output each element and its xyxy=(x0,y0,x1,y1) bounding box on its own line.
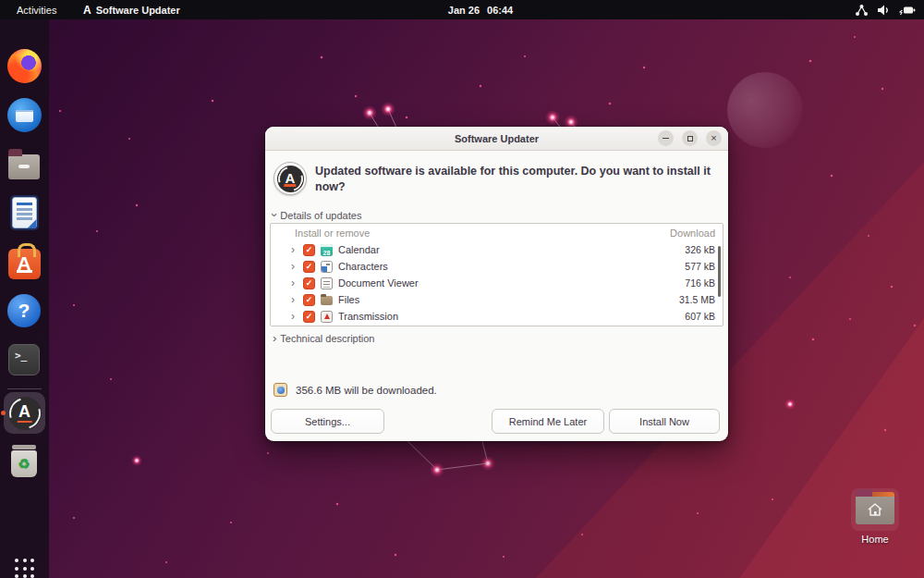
dock-item-ubuntu-software[interactable]: A xyxy=(6,244,42,279)
desktop-icon-home[interactable]: Home xyxy=(843,488,907,545)
thunderbird-icon xyxy=(7,98,42,132)
home-icon-label: Home xyxy=(861,534,888,545)
remind-me-later-button[interactable]: Remind Me Later xyxy=(492,409,604,434)
chevron-right-icon[interactable]: › xyxy=(291,277,303,289)
remind-button-label: Remind Me Later xyxy=(509,416,587,427)
activities-label: Activities xyxy=(17,5,56,16)
show-applications-button[interactable] xyxy=(15,559,35,578)
help-icon: ? xyxy=(7,294,41,327)
checkbox-checked[interactable]: ✓ xyxy=(303,261,315,273)
download-size: 577 kB xyxy=(685,261,715,272)
package-download-icon xyxy=(274,383,287,397)
list-header: Install or remove Download xyxy=(271,224,723,241)
software-updater-window: Software Updater × A Updated software is… xyxy=(265,127,728,441)
update-row-calendar[interactable]: › ✓ 28 Calendar 326 kB xyxy=(271,241,723,258)
dock-item-thunderbird[interactable] xyxy=(6,97,42,132)
update-row-characters[interactable]: › ✓ Characters 577 kB xyxy=(271,258,723,275)
settings-button[interactable]: Settings... xyxy=(271,409,384,434)
download-summary-text: 356.6 MB will be downloaded. xyxy=(296,385,437,396)
settings-button-label: Settings... xyxy=(305,416,350,427)
clock-time: 06:44 xyxy=(487,5,513,16)
transmission-icon xyxy=(321,311,333,323)
focused-app-name: Software Updater xyxy=(96,5,180,16)
update-row-transmission[interactable]: › ✓ Transmission 607 kB xyxy=(271,308,723,325)
dock-item-terminal[interactable]: >_ xyxy=(6,342,42,377)
dock-item-firefox[interactable] xyxy=(6,48,42,83)
dock-item-libreoffice-writer[interactable] xyxy=(6,195,42,230)
trash-icon: ♻ xyxy=(10,445,38,478)
characters-icon xyxy=(321,261,333,273)
install-button-label: Install Now xyxy=(639,416,689,427)
window-title: Software Updater xyxy=(455,133,539,144)
dialog-heading: Updated software is available for this c… xyxy=(315,164,714,194)
home-folder-icon xyxy=(856,495,894,524)
list-scrollbar[interactable] xyxy=(718,246,721,297)
download-size: 716 kB xyxy=(685,277,715,289)
focused-app-indicator[interactable]: A Software Updater xyxy=(83,0,180,19)
files-icon xyxy=(8,154,40,179)
clock-date: Jan 26 xyxy=(448,5,480,16)
app-name: Document Viewer xyxy=(338,277,419,289)
window-controls: × xyxy=(658,130,722,146)
chevron-right-icon[interactable]: › xyxy=(291,310,303,323)
document-viewer-icon xyxy=(321,277,333,289)
chevron-right-icon: › xyxy=(273,332,276,344)
battery-icon xyxy=(899,4,917,17)
ubuntu-software-icon: A xyxy=(8,249,41,279)
top-bar: Activities A Software Updater Jan 26 06:… xyxy=(0,0,924,19)
download-size: 31.5 MB xyxy=(679,294,715,305)
chevron-down-icon: › xyxy=(269,213,281,216)
house-icon xyxy=(866,501,884,518)
dock-item-files[interactable] xyxy=(6,146,42,181)
network-icon xyxy=(855,4,869,17)
checkbox-checked[interactable]: ✓ xyxy=(303,311,315,323)
terminal-icon: >_ xyxy=(8,344,40,375)
app-name: Calendar xyxy=(338,244,380,255)
minimize-button[interactable] xyxy=(658,130,674,146)
dock-item-trash[interactable]: ♻ xyxy=(6,443,42,478)
column-download: Download xyxy=(670,228,715,239)
wallpaper-moon xyxy=(727,72,803,148)
dock: A ? >_ A ♻ xyxy=(0,19,49,578)
chevron-right-icon[interactable]: › xyxy=(291,260,303,273)
files-app-icon xyxy=(321,296,333,305)
download-summary: 356.6 MB will be downloaded. xyxy=(274,383,437,397)
checkbox-checked[interactable]: ✓ xyxy=(303,294,315,306)
dock-item-help[interactable]: ? xyxy=(6,293,42,328)
chevron-right-icon[interactable]: › xyxy=(291,293,303,306)
calendar-icon: 28 xyxy=(321,244,333,256)
clock-menu[interactable]: Jan 26 06:44 xyxy=(448,0,513,19)
home-icon-plate xyxy=(851,488,899,531)
details-of-updates-expander[interactable]: › Details of updates xyxy=(273,209,361,221)
update-row-document-viewer[interactable]: › ✓ Document Viewer 716 kB xyxy=(271,275,723,291)
technical-description-expander[interactable]: › Technical description xyxy=(273,332,374,344)
app-name: Files xyxy=(338,294,359,305)
install-now-button[interactable]: Install Now xyxy=(609,409,720,434)
activities-button[interactable]: Activities xyxy=(9,0,64,19)
checkbox-checked[interactable]: ✓ xyxy=(303,277,315,289)
update-row-files[interactable]: › ✓ Files 31.5 MB xyxy=(271,291,723,308)
updates-list: Install or remove Download › ✓ 28 Calend… xyxy=(270,223,723,326)
system-status-area[interactable] xyxy=(855,0,917,19)
firefox-icon xyxy=(7,49,42,83)
download-size: 607 kB xyxy=(685,311,715,322)
update-row-partial[interactable]: › xyxy=(271,325,723,326)
column-install-or-remove: Install or remove xyxy=(295,228,370,239)
volume-icon xyxy=(877,4,891,17)
chevron-right-icon[interactable]: › xyxy=(291,243,303,256)
software-updater-dialog-icon: A xyxy=(274,162,307,195)
technical-expander-label: Technical description xyxy=(280,333,374,344)
close-button[interactable]: × xyxy=(706,130,722,146)
running-indicator-dot xyxy=(1,411,6,415)
maximize-button[interactable] xyxy=(682,130,698,146)
software-updater-icon: A xyxy=(83,4,91,17)
libreoffice-writer-icon xyxy=(12,197,37,228)
download-size: 326 kB xyxy=(685,244,715,255)
app-name: Characters xyxy=(338,261,388,272)
dock-item-software-updater[interactable]: A xyxy=(4,392,45,434)
software-updater-icon: A xyxy=(8,397,42,430)
app-name: Transmission xyxy=(338,311,398,322)
details-expander-label: Details of updates xyxy=(280,210,361,221)
dock-separator xyxy=(7,388,42,389)
checkbox-checked[interactable]: ✓ xyxy=(303,244,315,256)
